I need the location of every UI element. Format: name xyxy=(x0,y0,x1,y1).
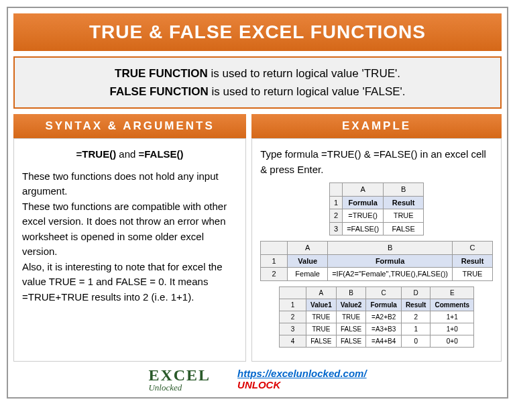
row-header: 2 xyxy=(261,268,288,281)
cell: Formula xyxy=(343,196,384,209)
cell: TRUE xyxy=(306,323,337,335)
excel-table-3: A B C D E 1 Value1 Value2 Formula Result… xyxy=(279,286,474,348)
cell: =A3+B3 xyxy=(366,323,401,335)
cell: FALSE xyxy=(384,222,424,235)
row-header: 2 xyxy=(330,209,343,223)
cell: Result xyxy=(384,196,424,209)
columns: SYNTAX & ARGUMENTS =TRUE() and =FALSE() … xyxy=(13,114,502,362)
col-header: C xyxy=(453,242,493,255)
col-header: D xyxy=(401,286,431,299)
formula-false: =FALSE() xyxy=(139,148,184,160)
excel-table-2: A B C 1 Value Formula Result 2 Female =I… xyxy=(260,241,493,281)
and-text: and xyxy=(116,148,138,160)
cell: FALSE xyxy=(336,323,366,335)
cell: =TRUE() xyxy=(343,209,384,223)
cell: TRUE xyxy=(336,311,366,323)
logo-bottom: Unlocked xyxy=(148,383,211,392)
cell: Value2 xyxy=(336,299,366,311)
row-header: 1 xyxy=(261,254,288,268)
col-header: A xyxy=(306,286,337,299)
cell: 2 xyxy=(401,311,431,323)
formula-true: =TRUE() xyxy=(76,148,117,160)
syntax-body: =TRUE() and =FALSE() These two functions… xyxy=(13,138,246,362)
cell: TRUE xyxy=(306,311,337,323)
cell: TRUE xyxy=(453,268,493,281)
cell: 1+0 xyxy=(431,323,474,335)
cell: Value1 xyxy=(306,299,337,311)
syntax-header: SYNTAX & ARGUMENTS xyxy=(13,114,246,138)
false-function-desc: is used to return logical value 'FALSE'. xyxy=(209,85,406,98)
cell-corner xyxy=(330,183,343,197)
cell: =FALSE() xyxy=(343,222,384,235)
cell: Result xyxy=(453,254,493,268)
col-header: B xyxy=(328,242,453,255)
cell: Value xyxy=(288,254,328,268)
cell: 1 xyxy=(401,323,431,335)
col-header: C xyxy=(366,286,401,299)
infographic-container: TRUE & FALSE EXCEL FUNCTIONS TRUE FUNCTI… xyxy=(7,7,508,399)
example-intro: Type formula =TRUE() & =FALSE() in an ex… xyxy=(260,147,493,177)
col-header: E xyxy=(431,286,474,299)
intro-line-2: FALSE FUNCTION is used to return logical… xyxy=(28,83,487,101)
cell: Comments xyxy=(431,299,474,311)
cell: =A4+B4 xyxy=(366,335,401,347)
row-header: 2 xyxy=(280,311,306,323)
syntax-para-1: These two functions does not hold any in… xyxy=(22,169,237,199)
example-header: EXAMPLE xyxy=(251,114,502,138)
intro-line-1: TRUE FUNCTION is used to return logical … xyxy=(28,64,487,83)
excel-table-1: A B 1 Formula Result 2 =TRUE() TRUE 3 xyxy=(329,182,424,235)
row-header: 3 xyxy=(330,222,343,235)
site-url[interactable]: https://excelunlocked.com/ xyxy=(237,368,367,379)
cell: TRUE xyxy=(384,209,424,223)
cell: Female xyxy=(288,268,328,281)
cell: FALSE xyxy=(306,335,337,347)
example-body: Type formula =TRUE() & =FALSE() in an ex… xyxy=(251,138,502,362)
logo: EXCEL Unlocked xyxy=(148,367,211,392)
syntax-para-2: These two functions are compatible with … xyxy=(22,199,237,260)
true-function-label: TRUE FUNCTION xyxy=(115,67,208,80)
col-header: A xyxy=(343,183,384,197)
cell: 1+1 xyxy=(431,311,474,323)
intro-box: TRUE FUNCTION is used to return logical … xyxy=(13,56,502,109)
cell-corner xyxy=(261,242,288,255)
false-function-label: FALSE FUNCTION xyxy=(109,85,208,98)
cell: 0 xyxy=(401,335,431,347)
row-header: 1 xyxy=(280,299,306,311)
row-header: 4 xyxy=(280,335,306,347)
col-header: B xyxy=(336,286,366,299)
cell: FALSE xyxy=(336,335,366,347)
cell: =IF(A2="Female",TRUE(),FALSE()) xyxy=(328,268,453,281)
col-header: A xyxy=(288,242,328,255)
unlock-text: UNLOCK xyxy=(237,379,367,390)
logo-top: EXCEL xyxy=(148,367,211,383)
syntax-para-3: Also, it is interesting to note that for… xyxy=(22,260,237,305)
cell: 0+0 xyxy=(431,335,474,347)
footer-links: https://excelunlocked.com/ UNLOCK xyxy=(237,368,367,390)
example-column: EXAMPLE Type formula =TRUE() & =FALSE() … xyxy=(251,114,502,362)
col-header: B xyxy=(384,183,424,197)
true-function-desc: is used to return logical value 'TRUE'. xyxy=(208,67,400,80)
row-header: 3 xyxy=(280,323,306,335)
cell: =A2+B2 xyxy=(366,311,401,323)
cell: Result xyxy=(401,299,431,311)
main-title: TRUE & FALSE EXCEL FUNCTIONS xyxy=(13,13,502,51)
cell-corner xyxy=(280,286,306,299)
cell: Formula xyxy=(328,254,453,268)
cell: Formula xyxy=(366,299,401,311)
syntax-formula-line: =TRUE() and =FALSE() xyxy=(22,147,237,162)
footer: EXCEL Unlocked https://excelunlocked.com… xyxy=(13,362,502,392)
syntax-column: SYNTAX & ARGUMENTS =TRUE() and =FALSE() … xyxy=(13,114,246,362)
row-header: 1 xyxy=(330,196,343,209)
